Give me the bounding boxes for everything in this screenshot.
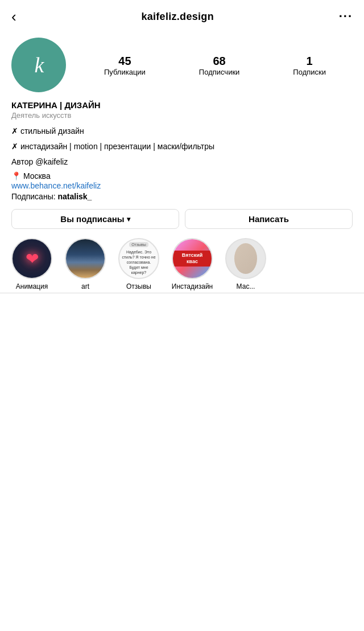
stats-container: 45 Публикации 68 Подписчики 1 Подписки — [77, 54, 353, 76]
profile-section: k 45 Публикации 68 Подписчики 1 Подписки — [0, 30, 364, 92]
following-count: 1 — [307, 54, 313, 68]
bio-website-link[interactable]: www.behance.net/kaifeliz — [11, 181, 101, 190]
highlight-art[interactable]: art — [63, 238, 108, 290]
message-button[interactable]: Написать — [185, 209, 353, 229]
highlight-instades-label: Инстадизайн — [172, 282, 213, 290]
bio-section: КАТЕРИНА | ДИЗАЙН Деятель искусств ✗ сти… — [0, 92, 364, 201]
action-buttons: Вы подписаны ▾ Написать — [0, 201, 364, 229]
avatar[interactable]: k — [11, 38, 66, 92]
posts-label: Публикации — [104, 68, 146, 76]
highlight-reviews-text: Надебис. Это стиль? Я точно не согласова… — [122, 249, 156, 275]
header-username: kaifeliz.design — [141, 11, 214, 23]
more-options-button[interactable]: ··· — [339, 9, 353, 24]
bio-line3: Автор @kaifeliz — [11, 156, 353, 168]
highlight-reviews-circle: Отзывы Надебис. Это стиль? Я точно не со… — [118, 238, 159, 279]
highlight-masks-image — [234, 243, 258, 274]
bio-line2: ✗ инстадизайн | motion | презентации | м… — [11, 141, 353, 153]
posts-stat[interactable]: 45 Публикации — [104, 54, 146, 76]
bio-location: 📍 Москва — [11, 171, 353, 181]
followed-username[interactable]: natalisk_ — [57, 192, 92, 201]
avatar-image: k — [11, 38, 66, 92]
followers-stat[interactable]: 68 Подписчики — [199, 54, 240, 76]
section-divider — [0, 293, 364, 293]
header: ‹ kaifeliz.design ··· — [0, 0, 364, 30]
highlight-instades[interactable]: Вятский квас Инстадизайн — [169, 238, 215, 290]
bio-line1: ✗ стильный дизайн — [11, 125, 353, 137]
following-stat[interactable]: 1 Подписки — [293, 54, 326, 76]
highlights-section: Анимация art Отзывы Надебис. Это стиль? … — [0, 229, 364, 290]
bio-followed-by: Подписаны: natalisk_ — [11, 192, 353, 201]
highlight-instades-badge: Вятский квас — [173, 251, 212, 267]
followers-count: 68 — [213, 54, 225, 68]
profile-category: Деятель искусств — [11, 111, 353, 120]
highlight-reviews-badge: Отзывы — [129, 242, 148, 247]
highlight-instades-image: Вятский квас — [173, 239, 212, 278]
highlight-reviews[interactable]: Отзывы Надебис. Это стиль? Я точно не со… — [116, 238, 162, 290]
followers-label: Подписчики — [199, 68, 240, 76]
highlight-instades-circle: Вятский квас — [172, 238, 213, 279]
highlight-animation[interactable]: Анимация — [9, 238, 55, 290]
highlight-art-image — [66, 239, 105, 278]
back-button[interactable]: ‹ — [11, 9, 16, 24]
highlight-art-label: art — [81, 282, 89, 290]
highlight-masks-label: Мас... — [237, 282, 255, 290]
highlight-art-circle — [65, 238, 106, 279]
highlight-reviews-label: Отзывы — [126, 282, 151, 290]
profile-name: КАТЕРИНА | ДИЗАЙН — [11, 100, 353, 110]
highlight-animation-circle — [11, 238, 52, 279]
highlight-masks[interactable]: Мас... — [223, 238, 268, 290]
highlight-masks-circle — [225, 238, 266, 279]
chevron-down-icon: ▾ — [127, 215, 130, 223]
following-label: Подписки — [293, 68, 326, 76]
avatar-letter: k — [35, 52, 43, 77]
highlight-animation-label: Анимация — [16, 282, 48, 290]
subscribed-button[interactable]: Вы подписаны ▾ — [11, 209, 179, 229]
posts-count: 45 — [118, 54, 131, 68]
